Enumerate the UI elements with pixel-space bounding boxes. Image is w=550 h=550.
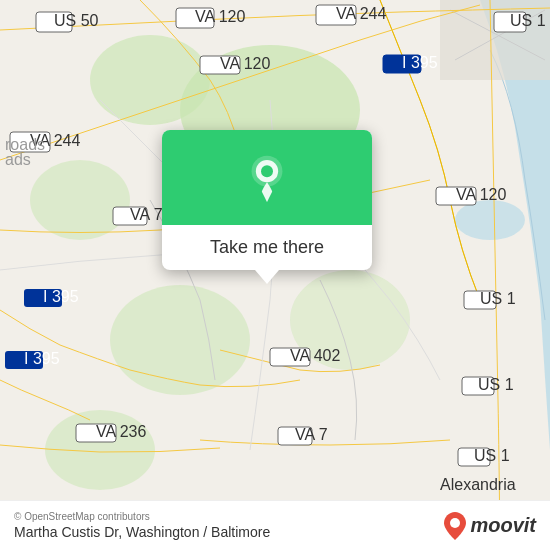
svg-text:VA 244: VA 244 [336,5,387,22]
moovit-logo: moovit [444,512,536,540]
bottom-left: © OpenStreetMap contributors Martha Cust… [14,511,270,540]
popup-tail [255,270,279,284]
take-me-there-label[interactable]: Take me there [210,237,324,257]
moovit-pin-icon [444,512,466,540]
map-container: US 50 VA 120 VA 244 US 1 VA 244 VA 120 I… [0,0,550,550]
popup-card: Take me there [162,130,372,270]
popup-green-area [162,130,372,225]
svg-text:I 395: I 395 [24,350,60,367]
location-pin-icon [243,154,291,202]
svg-text:I 395: I 395 [43,288,79,305]
svg-text:US 50: US 50 [54,12,99,29]
svg-text:Alexandria: Alexandria [440,476,516,493]
svg-text:VA 120: VA 120 [220,55,271,72]
bottom-bar: © OpenStreetMap contributors Martha Cust… [0,500,550,550]
svg-point-3 [110,285,250,395]
svg-text:I 395: I 395 [402,54,438,71]
svg-text:VA 7: VA 7 [130,206,163,223]
svg-text:ads: ads [5,151,31,168]
svg-point-2 [30,160,130,240]
svg-point-6 [455,200,525,240]
svg-text:US 1: US 1 [478,376,514,393]
copyright-text: © OpenStreetMap contributors [14,511,270,522]
svg-point-1 [90,35,210,125]
svg-text:VA 236: VA 236 [96,423,147,440]
popup-text-area[interactable]: Take me there [162,225,372,270]
svg-text:VA 402: VA 402 [290,347,341,364]
svg-point-49 [261,165,273,177]
svg-text:VA 120: VA 120 [195,8,246,25]
svg-text:US 1: US 1 [480,290,516,307]
svg-point-50 [450,518,460,528]
svg-text:US 1: US 1 [510,12,546,29]
moovit-brand-label: moovit [470,514,536,537]
location-name: Martha Custis Dr, Washington / Baltimore [14,524,270,540]
svg-text:VA 120: VA 120 [456,186,507,203]
svg-text:VA 7: VA 7 [295,426,328,443]
svg-text:US 1: US 1 [474,447,510,464]
